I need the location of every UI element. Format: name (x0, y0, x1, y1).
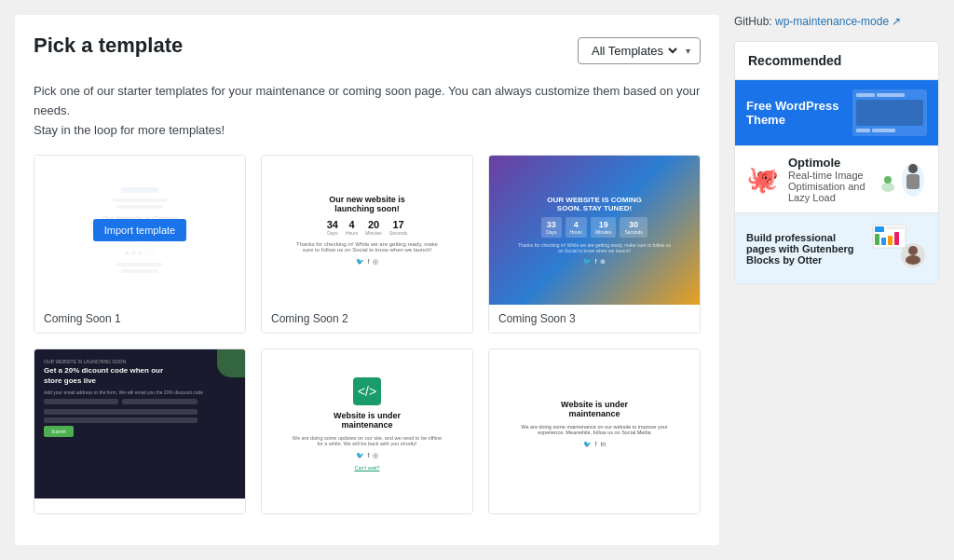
maint2-social-icons: 🐦 f in (583, 441, 606, 448)
template-card-label-cs2: Coming Soon 2 (262, 305, 472, 333)
template-card-label-maint2 (489, 499, 700, 513)
svg-point-4 (884, 176, 892, 184)
sidebar-recommended-section: Recommended Free WordPress Theme (734, 41, 939, 284)
recommended-title: Recommended (735, 42, 938, 80)
templates-grid: Our Website is Comingsoon. 2021–22 ★★★☆☆… (34, 155, 701, 514)
sidebar-github-link-wrapper: GitHub: wp-maintenance-mode ↗ (734, 15, 939, 28)
cs2-social-icons: 🐦 f ◎ (356, 258, 379, 266)
optimole-icon: 🐙 (746, 164, 779, 195)
template-filter-select[interactable]: All Templates Coming Soon Maintenance (588, 43, 680, 59)
cs2-description: Thanks for checking in! While we are get… (291, 241, 444, 253)
svg-rect-7 (886, 226, 904, 229)
maint1-social-icons: 🐦 f ◎ (356, 452, 379, 459)
recommended-item-wordpress-theme[interactable]: Free WordPress Theme (735, 80, 938, 146)
maint1-heading: Website is undermaintenance (334, 411, 401, 430)
rec1-title: Free WordPress Theme (746, 99, 852, 127)
page-description: Pick one of our starter templates for yo… (34, 82, 701, 140)
cs2-heading: Our new website islaunching soon! (329, 195, 405, 213)
template-preview-discount: OUR WEBSITE IS LAUNCHING SOON Get a 20% … (34, 349, 245, 499)
disc-heading: Get a 20% dicount code when our store go… (44, 366, 178, 386)
facebook-icon-cs3: f (595, 258, 597, 266)
instagram-icon: ◎ (373, 258, 378, 266)
template-card-coming-soon-3[interactable]: OUR WEBSITE IS COMINGSOON. STAY TUNED! 3… (488, 155, 701, 334)
page-title: Pick a template (34, 34, 183, 58)
template-filter[interactable]: All Templates Coming Soon Maintenance ▾ (578, 37, 701, 64)
template-preview-cs2: Our new website islaunching soon! 34 Day… (262, 156, 472, 305)
facebook-icon-m2: f (595, 441, 597, 448)
github-link[interactable]: wp-maintenance-mode ↗ (775, 15, 901, 28)
globe-icon-cs3: ⊕ (600, 258, 606, 266)
template-preview-cs1: Our Website is Comingsoon. 2021–22 ★★★☆☆… (34, 156, 245, 305)
template-preview-maint2: Website is undermaintenance We are doing… (489, 349, 700, 499)
rec1-screenshot (852, 89, 927, 136)
template-card-discount[interactable]: OUR WEBSITE IS LAUNCHING SOON Get a 20% … (34, 348, 246, 514)
linkedin-icon-m2: in (601, 441, 606, 448)
cs2-countdown: 34 Days 4 Hours 20 Minutes (327, 219, 408, 236)
maint2-description: We are doing some maintenance on our web… (518, 424, 672, 435)
svg-point-3 (881, 183, 894, 192)
template-card-coming-soon-1[interactable]: Our Website is Comingsoon. 2021–22 ★★★☆☆… (34, 155, 246, 334)
rec2-desc: Real-time Image Optimisation and Lazy Lo… (788, 170, 871, 203)
disc-submit-btn[interactable]: Submit (44, 426, 74, 437)
chevron-down-icon: ▾ (686, 46, 690, 56)
twitter-icon-m2: 🐦 (583, 441, 592, 448)
maint1-description: We are doing some updates on our site, a… (291, 435, 444, 446)
maint1-cant-wait-link[interactable]: Can't wait? (354, 465, 379, 471)
rec3-title: Build professional pages with Gutenberg … (746, 232, 862, 266)
template-card-label-cs1: Coming Soon 1 (34, 305, 245, 333)
maint2-heading: Website is undermaintenance (561, 400, 628, 418)
disc-green-accent (217, 349, 245, 377)
rec3-illustration (871, 223, 927, 274)
template-card-label-discount (34, 499, 245, 513)
svg-rect-10 (888, 236, 893, 245)
disc-form-fields (44, 399, 198, 423)
template-card-label-maint1 (262, 499, 472, 513)
facebook-icon: f (368, 258, 370, 266)
recommended-item-otter[interactable]: Build professional pages with Gutenberg … (735, 213, 938, 283)
cs3-countdown: 33 Days 4 Hours 19 Minutes (541, 217, 647, 238)
svg-rect-11 (894, 232, 899, 245)
svg-point-1 (908, 164, 918, 173)
template-card-coming-soon-2[interactable]: Our new website islaunching soon! 34 Day… (261, 155, 473, 334)
twitter-icon-m1: 🐦 (356, 452, 364, 459)
svg-rect-8 (875, 234, 879, 245)
sidebar: GitHub: wp-maintenance-mode ↗ Recommende… (734, 15, 939, 545)
svg-rect-2 (906, 174, 920, 189)
maint1-code-icon: </> (353, 377, 381, 405)
cs3-social-icons: 🐦 f ⊕ (583, 258, 606, 266)
template-card-maintenance-2[interactable]: Website is undermaintenance We are doing… (488, 348, 701, 514)
instagram-icon-m1: ◎ (373, 452, 378, 459)
template-card-maintenance-1[interactable]: </> Website is undermaintenance We are d… (261, 348, 473, 514)
twitter-icon: 🐦 (356, 258, 364, 266)
facebook-icon-m1: f (368, 452, 370, 459)
disc-top-text: OUR WEBSITE IS LAUNCHING SOON (44, 359, 126, 364)
svg-rect-9 (881, 238, 886, 245)
template-card-label-cs3: Coming Soon 3 (489, 305, 700, 333)
rec2-title: Optimole (788, 156, 871, 170)
cs3-heading: OUR WEBSITE IS COMINGSOON. STAY TUNED! (547, 196, 641, 212)
twitter-icon-cs3: 🐦 (583, 258, 592, 266)
rec2-illustration (880, 161, 927, 198)
cs3-description: Thanks for checking in! While we are get… (518, 242, 672, 253)
recommended-item-optimole[interactable]: 🐙 Optimole Real-time Image Optimisation … (735, 146, 938, 213)
svg-point-14 (906, 255, 920, 265)
template-preview-cs3: OUR WEBSITE IS COMINGSOON. STAY TUNED! 3… (489, 156, 700, 305)
svg-rect-6 (875, 226, 884, 232)
import-template-button[interactable]: Import template (93, 219, 186, 241)
main-content: Pick a template All Templates Coming Soo… (15, 15, 719, 545)
template-preview-maint1: </> Website is undermaintenance We are d… (262, 349, 472, 499)
svg-point-13 (908, 246, 918, 255)
disc-sub: Add your email address to the form. We w… (44, 389, 203, 395)
template-hover-overlay: Import template (34, 156, 245, 305)
